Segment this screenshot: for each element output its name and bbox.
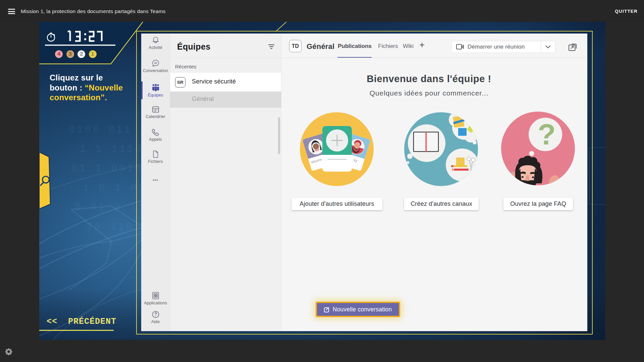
svg-text:01 1 0010: 01 1 0010 (71, 163, 143, 174)
svg-text:?: ? (538, 118, 556, 151)
svg-text:0 01 0 11: 0 01 0 11 (74, 201, 146, 213)
